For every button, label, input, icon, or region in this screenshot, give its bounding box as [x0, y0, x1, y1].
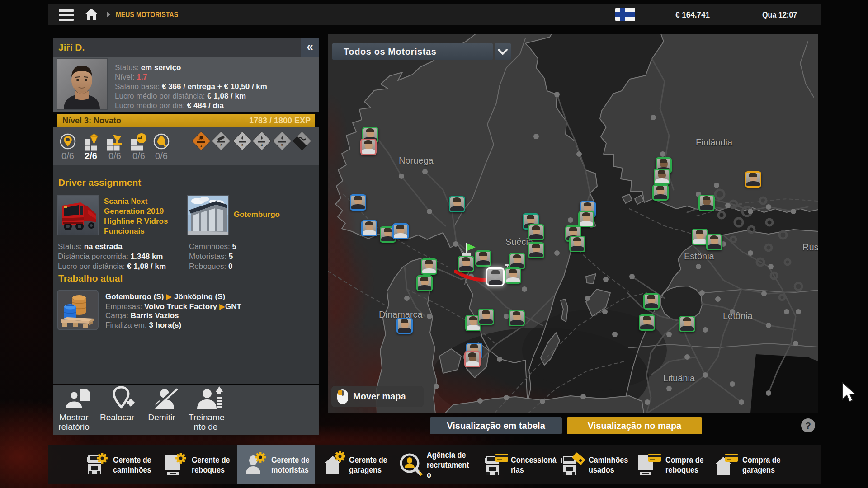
svg-text:3: 3	[241, 144, 243, 147]
svg-text:2: 2	[220, 144, 222, 147]
svg-text:4: 4	[261, 144, 263, 147]
svg-text:5: 5	[281, 144, 283, 147]
svg-text:1: 1	[200, 144, 202, 147]
